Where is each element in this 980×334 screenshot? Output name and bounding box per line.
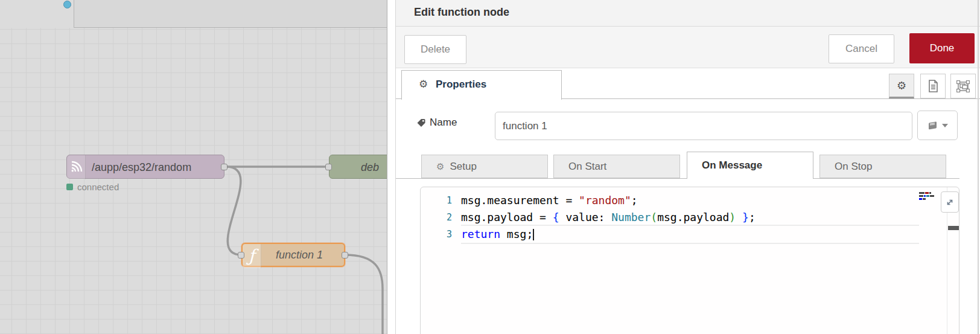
function-icon: ƒ	[243, 244, 261, 268]
edit-dialog: Edit function node Delete Cancel Done ⚙ …	[396, 0, 980, 334]
chevron-down-icon	[942, 124, 948, 127]
gear-icon: ⚙	[897, 79, 906, 92]
tab-setup[interactable]: ⚙ Setup	[421, 155, 548, 178]
cancel-button[interactable]: Cancel	[829, 34, 894, 63]
edit-appearance-button[interactable]	[950, 74, 976, 98]
minimap[interactable]	[919, 192, 943, 201]
properties-tab-label: Properties	[436, 79, 486, 91]
group-appearance-icon	[956, 80, 970, 92]
function-node-label: function 1	[276, 243, 323, 267]
overview-ruler-cursor-mark	[948, 226, 959, 230]
tray-resize-handle[interactable]	[387, 0, 396, 334]
library-button[interactable]	[917, 111, 958, 140]
document-icon	[928, 80, 938, 92]
tab-on-message[interactable]: On Message	[687, 152, 813, 179]
dialog-title: Edit function node	[414, 6, 509, 19]
code-editor[interactable]: 1 2 3 msg.measurement = "random"; msg.pa…	[420, 187, 959, 334]
line-number: 3	[421, 226, 452, 243]
tab-on-start-label: On Start	[568, 161, 606, 173]
done-button[interactable]: Done	[909, 33, 975, 63]
name-input[interactable]	[495, 112, 912, 140]
node-debug[interactable]: deb	[329, 155, 387, 179]
gear-icon: ⚙	[436, 161, 444, 172]
tabs-underline	[396, 178, 959, 179]
code-line-2[interactable]: msg.payload = { value: Number(msg.payloa…	[461, 209, 756, 226]
text-cursor	[533, 229, 534, 240]
expand-editor-button[interactable]	[941, 191, 959, 213]
function-input-port[interactable]	[238, 252, 244, 259]
flow-canvas[interactable]: /aupp/esp32/random connected deb ƒ funct…	[0, 0, 387, 334]
node-mqtt-in[interactable]: /aupp/esp32/random	[66, 155, 224, 179]
expand-icon	[945, 198, 955, 207]
tab-on-message-label: On Message	[702, 159, 762, 172]
tab-on-stop[interactable]: On Stop	[819, 155, 946, 178]
line-number: 1	[421, 192, 452, 209]
tab-setup-label: Setup	[450, 161, 476, 173]
mqtt-output-port[interactable]	[221, 164, 228, 170]
gear-icon: ⚙	[419, 78, 428, 91]
edit-description-button[interactable]	[920, 74, 946, 98]
mqtt-status-dot	[66, 184, 73, 190]
delete-button[interactable]: Delete	[404, 35, 466, 64]
name-field-label: Name	[430, 117, 457, 129]
book-icon	[927, 120, 938, 130]
code-line-1[interactable]: msg.measurement = "random";	[461, 192, 638, 209]
line-number: 2	[421, 209, 452, 226]
tray-right-border	[978, 0, 979, 334]
code-line-3-current[interactable]: return msg;	[461, 225, 919, 244]
mqtt-node-label: /aupp/esp32/random	[92, 155, 191, 179]
tag-icon	[416, 118, 426, 128]
wire-mqtt-to-function[interactable]	[226, 167, 241, 255]
node-function[interactable]: ƒ function 1	[241, 243, 345, 267]
debug-input-port[interactable]	[325, 164, 332, 170]
tab-on-start[interactable]: On Start	[553, 155, 680, 178]
properties-tab-bar: ⚙ Properties ⚙	[396, 68, 980, 99]
mqtt-signal-icon	[67, 155, 86, 179]
function-output-port[interactable]	[342, 252, 348, 259]
debug-node-label: deb	[361, 155, 379, 179]
tab-properties[interactable]: ⚙ Properties	[401, 70, 562, 100]
tab-on-stop-label: On Stop	[835, 161, 872, 173]
dialog-header: Edit function node	[396, 0, 980, 27]
edit-properties-button[interactable]: ⚙	[889, 74, 914, 98]
mqtt-status-text: connected	[77, 182, 119, 192]
wire-function-out[interactable]	[345, 255, 383, 334]
